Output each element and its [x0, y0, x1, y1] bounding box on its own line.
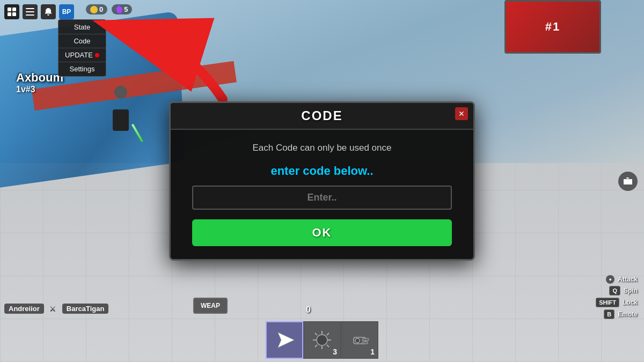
dropdown-menu: State Code UPDATE Settings — [58, 19, 106, 77]
coin-icon — [90, 6, 98, 13]
dropdown-update[interactable]: UPDATE — [58, 49, 106, 61]
modal-description: Each Code can only be used once — [253, 143, 392, 153]
svg-point-18 — [355, 338, 360, 343]
camera-button[interactable] — [618, 172, 638, 191]
svg-rect-16 — [362, 338, 369, 341]
gem-icon — [116, 6, 122, 13]
spin-label: Spin — [624, 287, 638, 294]
modal-close-button[interactable]: ✕ — [455, 107, 468, 120]
emote-label: Emote — [618, 311, 638, 318]
svg-line-13 — [327, 333, 329, 335]
attack-icon: ● — [606, 275, 614, 284]
coin-display: 0 — [86, 4, 107, 14]
dropdown-divider — [58, 62, 106, 62]
bp-badge[interactable]: BP — [59, 4, 74, 19]
update-notification-dot — [95, 53, 99, 57]
slot3-count: 1 — [370, 348, 375, 356]
player-head — [114, 86, 127, 99]
dropdown-divider — [58, 48, 106, 48]
hamburger-line — [26, 8, 34, 9]
svg-line-11 — [315, 333, 317, 335]
attack-label: Attack — [618, 276, 638, 283]
billboard: #1 — [504, 0, 601, 54]
gem-count: 5 — [124, 5, 128, 13]
svg-line-14 — [315, 345, 317, 347]
weap-button[interactable]: WEAP — [193, 298, 228, 314]
code-input[interactable] — [192, 186, 452, 210]
dropdown-code[interactable]: Code — [58, 35, 106, 47]
hotbar-slot-3[interactable]: 1 — [341, 321, 378, 359]
top-bar: BP — [4, 4, 74, 19]
ok-button[interactable]: OK — [192, 219, 452, 246]
svg-rect-3 — [12, 12, 16, 16]
player-name-display: Axboum — [16, 71, 63, 85]
versus-sword-icon: ⚔ — [48, 304, 58, 314]
svg-rect-17 — [362, 342, 368, 344]
hotbar-slot-2[interactable]: 3 — [303, 321, 341, 359]
currency-bar: 0 5 — [86, 4, 132, 14]
modal-header: CODE ✕ — [171, 103, 473, 130]
emote-control: B Emote — [596, 309, 638, 319]
lock-key: SHIFT — [596, 298, 619, 307]
dropdown-state[interactable]: State — [58, 21, 106, 33]
coin-count: 0 — [99, 5, 103, 13]
dropdown-settings[interactable]: Settings — [58, 63, 106, 75]
match-badge: 1v#3 — [16, 85, 35, 94]
controls-panel: ● Attack Q Spin SHIFT Lock B Emote — [596, 275, 638, 319]
lock-control: SHIFT Lock — [596, 298, 638, 307]
attack-control: ● Attack — [596, 275, 638, 284]
modal-title: CODE — [301, 108, 342, 123]
roblox-menu-button[interactable] — [4, 4, 19, 19]
player2-tag: BarcaTigan — [62, 304, 109, 314]
svg-rect-1 — [12, 8, 16, 11]
hotbar: 3 1 — [0, 316, 644, 362]
hotbar-slot-1[interactable] — [266, 321, 303, 359]
emote-key: B — [604, 309, 614, 319]
hamburger-line — [26, 14, 34, 16]
score-display: 0 — [306, 305, 311, 315]
code-modal: CODE ✕ Each Code can only be used once e… — [169, 101, 475, 261]
notification-button[interactable] — [41, 4, 56, 19]
player1-tag: Andreiior — [4, 304, 44, 314]
player-status-row: Andreiior ⚔ BarcaTigan — [4, 304, 108, 314]
hamburger-line — [26, 11, 34, 12]
modal-body: Each Code can only be used once enter co… — [171, 130, 473, 246]
svg-line-12 — [327, 345, 329, 347]
modal-prompt: enter code below.. — [270, 164, 373, 178]
lock-label: Lock — [623, 299, 638, 306]
player-body — [113, 109, 129, 131]
hamburger-button[interactable] — [23, 4, 38, 19]
svg-point-6 — [317, 335, 327, 345]
spin-key: Q — [609, 286, 620, 295]
svg-marker-5 — [278, 333, 294, 348]
slot2-count: 3 — [333, 348, 337, 356]
spin-control: Q Spin — [596, 286, 638, 295]
player-character — [105, 86, 137, 129]
gem-display: 5 — [112, 4, 132, 14]
svg-rect-0 — [8, 8, 11, 11]
svg-rect-2 — [8, 12, 11, 16]
billboard-text: #1 — [506, 2, 599, 52]
dropdown-divider — [58, 34, 106, 34]
